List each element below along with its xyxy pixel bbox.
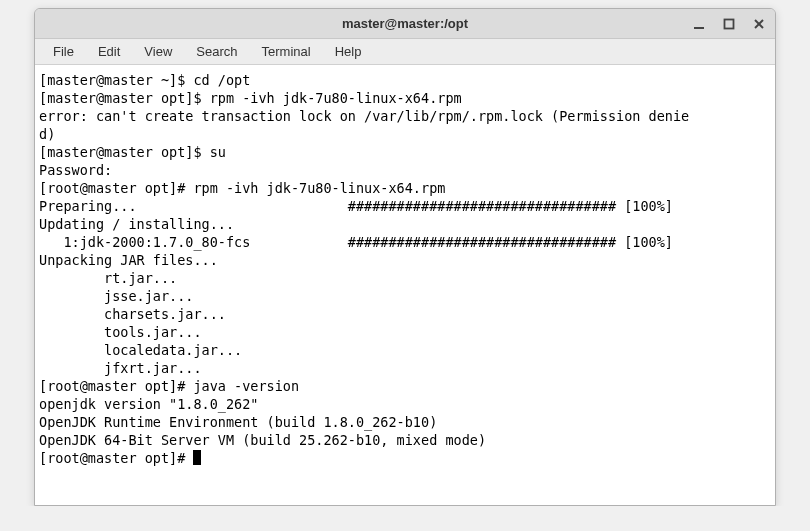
terminal-line: [root@master opt]# java -version (39, 378, 299, 394)
terminal-line: tools.jar... (39, 324, 202, 340)
terminal-line: Updating / installing... (39, 216, 234, 232)
terminal-line: OpenJDK Runtime Environment (build 1.8.0… (39, 414, 437, 430)
menu-file[interactable]: File (43, 41, 84, 62)
menu-help[interactable]: Help (325, 41, 372, 62)
menubar: File Edit View Search Terminal Help (35, 39, 775, 65)
terminal-line: Password: (39, 162, 112, 178)
cursor-icon (193, 450, 201, 465)
titlebar[interactable]: master@master:/opt (35, 9, 775, 39)
terminal-output[interactable]: [master@master ~]$ cd /opt [master@maste… (35, 65, 775, 505)
terminal-line: jfxrt.jar... (39, 360, 202, 376)
window-title: master@master:/opt (35, 16, 775, 31)
terminal-line: 1:jdk-2000:1.7.0_80-fcs ################… (39, 234, 673, 250)
terminal-line: [master@master ~]$ cd /opt (39, 72, 250, 88)
terminal-line: error: can't create transaction lock on … (39, 108, 689, 124)
terminal-line: d) (39, 126, 55, 142)
maximize-button[interactable] (719, 14, 739, 34)
terminal-line: charsets.jar... (39, 306, 226, 322)
terminal-line: [root@master opt]# rpm -ivh jdk-7u80-lin… (39, 180, 445, 196)
terminal-line: localedata.jar... (39, 342, 242, 358)
terminal-line: Unpacking JAR files... (39, 252, 218, 268)
terminal-line: rt.jar... (39, 270, 177, 286)
close-icon (753, 18, 765, 30)
terminal-line: [master@master opt]$ rpm -ivh jdk-7u80-l… (39, 90, 462, 106)
terminal-line: jsse.jar... (39, 288, 193, 304)
close-button[interactable] (749, 14, 769, 34)
terminal-line: [master@master opt]$ su (39, 144, 226, 160)
terminal-window: master@master:/opt File Edit View Search… (34, 8, 776, 506)
menu-search[interactable]: Search (186, 41, 247, 62)
svg-rect-1 (725, 19, 734, 28)
menu-terminal[interactable]: Terminal (252, 41, 321, 62)
terminal-line: OpenJDK 64-Bit Server VM (build 25.262-b… (39, 432, 486, 448)
menu-edit[interactable]: Edit (88, 41, 130, 62)
terminal-line: openjdk version "1.8.0_262" (39, 396, 258, 412)
minimize-icon (693, 18, 705, 30)
terminal-line: Preparing... ###########################… (39, 198, 673, 214)
minimize-button[interactable] (689, 14, 709, 34)
maximize-icon (723, 18, 735, 30)
menu-view[interactable]: View (134, 41, 182, 62)
window-controls (689, 14, 769, 34)
terminal-prompt: [root@master opt]# (39, 450, 193, 466)
